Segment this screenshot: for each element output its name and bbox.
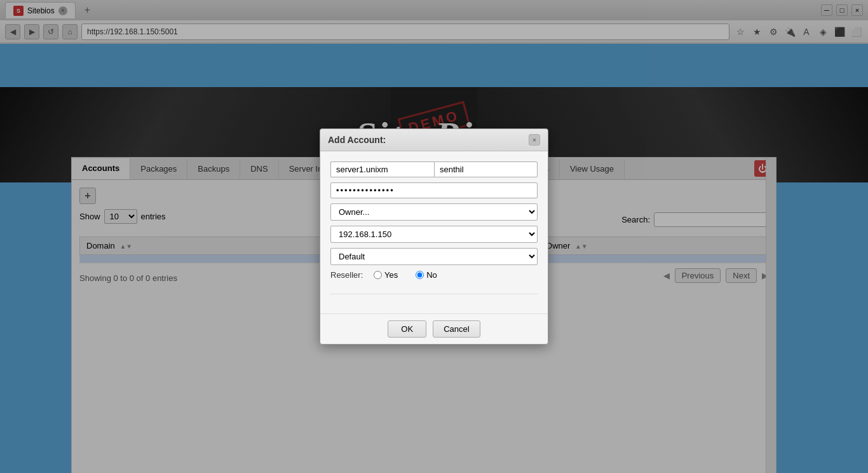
username-input[interactable]: [434, 161, 538, 177]
modal-overlay: Add Account: × Owner... 19: [0, 44, 868, 473]
add-account-modal: Add Account: × Owner... 19: [320, 128, 548, 345]
modal-close-button[interactable]: ×: [529, 134, 540, 146]
password-input[interactable]: [330, 182, 538, 198]
modal-header: Add Account: ×: [320, 129, 548, 151]
cancel-button[interactable]: Cancel: [433, 320, 480, 338]
modal-spacer: [320, 294, 548, 313]
modal-footer: OK Cancel: [320, 313, 548, 344]
reseller-row: Reseller: Yes No: [330, 270, 538, 280]
modal-body: Owner... 192.168.1.150 Default Reseller:…: [320, 151, 548, 294]
owner-select[interactable]: Owner...: [330, 203, 538, 221]
reseller-yes-radio[interactable]: [374, 271, 382, 279]
reseller-no-radio[interactable]: [416, 271, 424, 279]
modal-title: Add Account:: [328, 135, 386, 145]
reseller-no-option[interactable]: No: [416, 270, 437, 280]
reseller-label: Reseller:: [330, 270, 369, 280]
reseller-yes-option[interactable]: Yes: [374, 270, 398, 280]
package-select[interactable]: Default: [330, 248, 538, 265]
domain-input[interactable]: [330, 161, 434, 177]
reseller-yes-label: Yes: [384, 270, 398, 280]
ok-button[interactable]: OK: [388, 320, 426, 338]
domain-username-row: [330, 161, 538, 177]
reseller-no-label: No: [426, 270, 437, 280]
ip-select[interactable]: 192.168.1.150: [330, 226, 538, 243]
